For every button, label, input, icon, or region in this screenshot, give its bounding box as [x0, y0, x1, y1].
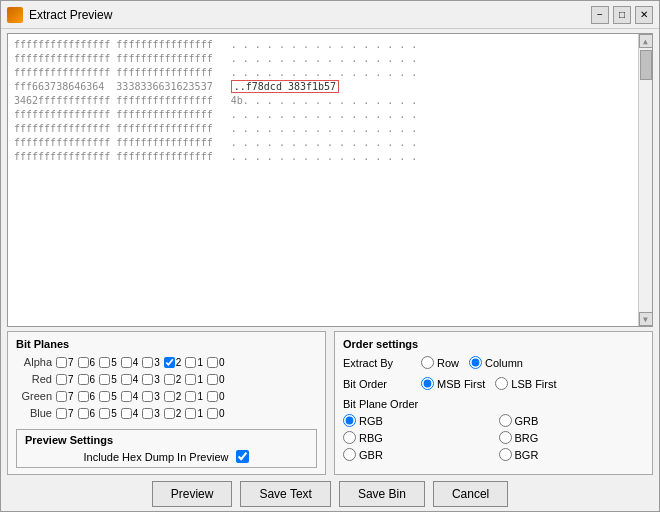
green-checkbox-4[interactable] — [121, 391, 132, 402]
alpha-checkbox-0[interactable] — [207, 357, 218, 368]
bit-plane-order-title: Bit Plane Order — [343, 398, 644, 410]
alpha-bit-6: 6 — [78, 357, 96, 368]
blue-checkbox-3[interactable] — [142, 408, 153, 419]
red-checkbox-7[interactable] — [56, 374, 67, 385]
alpha-bit-7: 7 — [56, 357, 74, 368]
preview-row: ffffffffffffffff ffffffffffffffff . . . … — [14, 66, 632, 80]
minimize-button[interactable]: − — [591, 6, 609, 24]
alpha-bit-4: 4 — [121, 357, 139, 368]
green-checkbox-0[interactable] — [207, 391, 218, 402]
rgb-radio[interactable] — [343, 414, 356, 427]
scrollbar-up-button[interactable]: ▲ — [639, 34, 653, 48]
gbr-radio[interactable] — [343, 448, 356, 461]
grb-radio[interactable] — [499, 414, 512, 427]
alpha-bit-row: Alpha 7 6 5 4 3 2 1 0 — [16, 356, 317, 368]
rbg-option: RBG — [343, 431, 489, 444]
save-text-button[interactable]: Save Text — [240, 481, 330, 507]
alpha-bit-3: 3 — [142, 357, 160, 368]
grb-option: GRB — [499, 414, 645, 427]
rbg-radio[interactable] — [343, 431, 356, 444]
alpha-bit-0: 0 — [207, 357, 225, 368]
bit-order-label: Bit Order — [343, 378, 413, 390]
bit-planes-title: Bit Planes — [16, 338, 317, 350]
bit-order-row: Bit Order MSB First LSB First — [343, 377, 644, 390]
highlight-box: ..f78dcd 383f1b57 — [231, 80, 339, 93]
alpha-checkbox-7[interactable] — [56, 357, 67, 368]
red-checkbox-5[interactable] — [99, 374, 110, 385]
preview-row: ffffffffffffffff ffffffffffffffff . . . … — [14, 150, 632, 164]
extract-by-row-radio[interactable] — [421, 356, 434, 369]
window-title: Extract Preview — [29, 8, 112, 22]
green-checkbox-6[interactable] — [78, 391, 89, 402]
title-bar-left: Extract Preview — [7, 7, 112, 23]
bgr-option: BGR — [499, 448, 645, 461]
order-settings-panel: Order settings Extract By Row Column — [334, 331, 653, 475]
save-bin-button[interactable]: Save Bin — [339, 481, 425, 507]
preview-button[interactable]: Preview — [152, 481, 233, 507]
msb-first-radio[interactable] — [421, 377, 434, 390]
blue-checkbox-2[interactable] — [164, 408, 175, 419]
blue-checkbox-7[interactable] — [56, 408, 67, 419]
red-checkbox-1[interactable] — [185, 374, 196, 385]
preview-row: ffffffffffffffff ffffffffffffffff . . . … — [14, 122, 632, 136]
red-checkbox-3[interactable] — [142, 374, 153, 385]
red-checkbox-4[interactable] — [121, 374, 132, 385]
blue-checkbox-6[interactable] — [78, 408, 89, 419]
alpha-checkbox-5[interactable] — [99, 357, 110, 368]
scrollbar-down-button[interactable]: ▼ — [639, 312, 653, 326]
red-checkbox-0[interactable] — [207, 374, 218, 385]
preview-settings-title: Preview Settings — [25, 434, 308, 446]
blue-checkbox-5[interactable] — [99, 408, 110, 419]
extract-by-column-option: Column — [469, 356, 523, 369]
green-checkbox-3[interactable] — [142, 391, 153, 402]
alpha-bit-1: 1 — [185, 357, 203, 368]
blue-checkbox-1[interactable] — [185, 408, 196, 419]
preview-row: ffffffffffffffff ffffffffffffffff . . . … — [14, 52, 632, 66]
blue-checkbox-4[interactable] — [121, 408, 132, 419]
include-hex-dump-checkbox[interactable] — [236, 450, 249, 463]
red-checkbox-2[interactable] — [164, 374, 175, 385]
blue-checkbox-0[interactable] — [207, 408, 218, 419]
close-button[interactable]: ✕ — [635, 6, 653, 24]
green-checkbox-7[interactable] — [56, 391, 67, 402]
green-checkbox-5[interactable] — [99, 391, 110, 402]
alpha-checkbox-4[interactable] — [121, 357, 132, 368]
preview-scrollbar[interactable]: ▲ ▼ — [638, 34, 652, 326]
include-hex-dump-label: Include Hex Dump In Preview — [84, 451, 229, 463]
alpha-checkbox-2[interactable] — [164, 357, 175, 368]
bit-plane-order-grid: RGB GRB RBG BRG — [343, 414, 644, 461]
button-row: Preview Save Text Save Bin Cancel — [7, 481, 653, 507]
preview-row-highlighted: fff663738646364 3338336631623537 ..f78dc… — [14, 80, 632, 94]
brg-option: BRG — [499, 431, 645, 444]
rgb-option: RGB — [343, 414, 489, 427]
app-icon — [7, 7, 23, 23]
maximize-button[interactable]: □ — [613, 6, 631, 24]
extract-by-group: Row Column — [421, 356, 523, 369]
green-checkbox-1[interactable] — [185, 391, 196, 402]
scrollbar-thumb[interactable] — [640, 50, 652, 80]
cancel-button[interactable]: Cancel — [433, 481, 508, 507]
middle-panels: Bit Planes Alpha 7 6 5 4 3 2 1 0 Red 7 — [7, 331, 653, 475]
extract-by-row: Extract By Row Column — [343, 356, 644, 369]
red-checkbox-6[interactable] — [78, 374, 89, 385]
bottom-area: Bit Planes Alpha 7 6 5 4 3 2 1 0 Red 7 — [1, 327, 659, 511]
red-bit-row: Red 7 6 5 4 3 2 1 0 — [16, 373, 317, 385]
alpha-checkbox-3[interactable] — [142, 357, 153, 368]
gbr-option: GBR — [343, 448, 489, 461]
lsb-first-radio[interactable] — [495, 377, 508, 390]
extract-by-column-radio[interactable] — [469, 356, 482, 369]
msb-first-option: MSB First — [421, 377, 485, 390]
green-checkbox-2[interactable] — [164, 391, 175, 402]
extract-by-row-option: Row — [421, 356, 459, 369]
preview-row: ffffffffffffffff ffffffffffffffff . . . … — [14, 136, 632, 150]
bgr-radio[interactable] — [499, 448, 512, 461]
alpha-checkbox-6[interactable] — [78, 357, 89, 368]
bit-order-group: MSB First LSB First — [421, 377, 557, 390]
extract-by-label: Extract By — [343, 357, 413, 369]
alpha-checkbox-1[interactable] — [185, 357, 196, 368]
preview-row: ffffffffffffffff ffffffffffffffff . . . … — [14, 108, 632, 122]
bit-plane-order-section: Bit Plane Order RGB GRB RBG — [343, 398, 644, 461]
brg-radio[interactable] — [499, 431, 512, 444]
preview-settings-row: Include Hex Dump In Preview — [25, 450, 308, 463]
alpha-bit-5: 5 — [99, 357, 117, 368]
